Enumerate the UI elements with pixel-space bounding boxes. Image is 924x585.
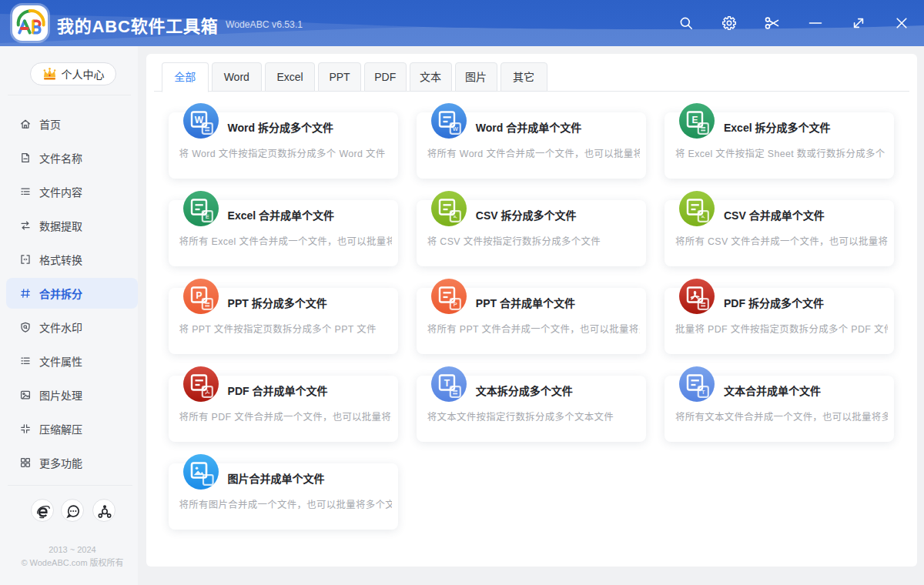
svg-text:a,: a, (454, 214, 457, 219)
svg-text:E: E (692, 115, 698, 125)
svg-text:P: P (196, 290, 202, 301)
svg-text:T: T (701, 389, 705, 396)
svg-text:a,: a, (701, 214, 705, 219)
svg-text:T: T (444, 378, 450, 389)
